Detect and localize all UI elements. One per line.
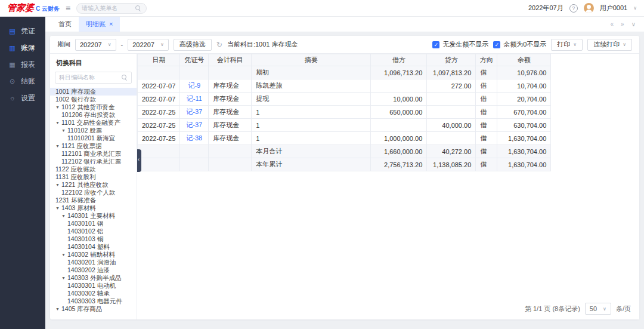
page-size-select[interactable]: 50 ∨ (585, 303, 611, 315)
period-from-value: 202207 (80, 41, 102, 48)
table-row: 2022-07-25记-38库存现金11,000,000.00借1,630,70… (138, 132, 551, 145)
tree-item[interactable]: ▼140301 主要材料 (50, 212, 137, 220)
panel-collapse-handle[interactable] (137, 149, 141, 172)
tree-item[interactable]: 14030103 铜 (50, 235, 137, 243)
cell-subject: 库存现金 (209, 93, 252, 106)
close-icon[interactable]: × (109, 21, 113, 27)
chevron-down-icon[interactable]: ▼ (61, 127, 67, 134)
table-row: 本月合计1,660,000.0040,272.00借1,630,704.00 (138, 145, 551, 158)
sidebar-item-closing[interactable]: ⊙结账 (0, 73, 45, 90)
sidebar-item-ledger[interactable]: ▥账簿 (0, 39, 45, 56)
tree-item[interactable]: ▼1101 交易性金融资产 (50, 119, 137, 127)
tree-item-label: 1221 其他应收款 (61, 181, 109, 189)
sidebar-item-report[interactable]: ▦报表 (0, 56, 45, 73)
chevron-down-icon[interactable]: ▼ (55, 142, 61, 150)
chevron-down-icon[interactable]: ▼ (61, 212, 67, 220)
page-size-unit: 条/页 (616, 305, 631, 313)
tree-item[interactable]: ▼1403 原材料 (50, 204, 137, 212)
column-header: 借方 (371, 54, 427, 66)
current-period[interactable]: 2022年07月 (528, 4, 564, 13)
chevron-down-icon[interactable]: ▼ (61, 251, 67, 259)
cell-summary: 1 (252, 132, 371, 145)
tree-item[interactable]: 14030102 铝 (50, 227, 137, 235)
tree-item[interactable]: 14030303 电器元件 (50, 297, 137, 305)
tree-item-label: 1121 应收票据 (61, 142, 102, 150)
tree-item[interactable]: 1002 银行存款 (50, 96, 137, 103)
subject-search-input[interactable]: 科目编码名称 (55, 72, 132, 84)
print-button[interactable]: 打印 ∨ (551, 39, 583, 51)
tab-detail-ledger[interactable]: 明细账× (79, 17, 120, 32)
cell-voucher (180, 158, 209, 171)
sidebar-item-settings[interactable]: ☼设置 (0, 90, 45, 106)
tree-item[interactable]: 1001 库存现金 (50, 88, 137, 96)
menu-toggle-icon[interactable]: ≡ (66, 4, 70, 13)
period-to-value: 202207 (132, 41, 154, 48)
tree-item[interactable]: 14030302 轴承 (50, 290, 137, 297)
search-icon (135, 5, 141, 11)
sidebar-item-voucher[interactable]: ▤凭证 (0, 23, 45, 39)
subject-search-placeholder: 科目编码名称 (59, 73, 95, 82)
refresh-icon[interactable]: ↻ (216, 41, 222, 49)
period-from-select[interactable]: 202207 ∨ (75, 39, 116, 51)
tree-item[interactable]: 1131 应收股利 (50, 173, 137, 181)
chevron-down-icon[interactable]: ▼ (55, 103, 61, 111)
tree-item[interactable]: 14030202 油漆 (50, 266, 137, 274)
tree-item[interactable]: ▼1221 其他应收款 (50, 181, 137, 189)
tree-item[interactable]: 101206 存出投资款 (50, 111, 137, 119)
tab-scroll-right-icon[interactable]: » (621, 21, 624, 27)
cell-voucher[interactable]: 记-37 (180, 106, 209, 119)
chevron-down-icon[interactable]: ▼ (61, 274, 67, 282)
advanced-filter-button[interactable]: 高级筛选 (174, 39, 212, 51)
chevron-down-icon[interactable]: ▼ (55, 305, 61, 313)
cell-summary: 1 (252, 106, 371, 119)
period-to-select[interactable]: 202207 ∨ (128, 39, 169, 51)
cell-voucher[interactable]: 记-38 (180, 132, 209, 145)
tree-item[interactable]: 112101 商业承兑汇票 (50, 150, 137, 158)
tab-scroll-left-icon[interactable]: « (611, 21, 614, 27)
current-subject-label: 当前科目:1001 库存现金 (227, 40, 298, 49)
avatar[interactable] (584, 3, 594, 13)
cell-voucher[interactable]: 记-37 (180, 119, 209, 132)
tab-menu-icon[interactable]: ∨ (631, 21, 636, 27)
tree-item[interactable]: ▼1012 其他货币资金 (50, 103, 137, 111)
cell-balance: 670,704.00 (497, 106, 551, 119)
zero-balance-checkbox[interactable]: ✓ 余额为0不显示 (493, 40, 546, 49)
tree-item[interactable]: 1122 应收账款 (50, 165, 137, 173)
tree-item[interactable]: 11010201 新海宜 (50, 134, 137, 142)
tree-item[interactable]: 14030104 塑料 (50, 243, 137, 251)
tree-item[interactable]: ▼1121 应收票据 (50, 142, 137, 150)
cell-balance: 1,630,704.00 (497, 158, 551, 171)
cell-voucher[interactable]: 记-9 (180, 79, 209, 93)
tree-item[interactable]: 14030101 钢 (50, 220, 137, 227)
tree-item-label: 110102 股票 (67, 127, 102, 134)
cell-balance: 1,630,704.00 (497, 145, 551, 158)
menu-search-input[interactable]: 请输入菜单名 (76, 3, 147, 14)
tree-item[interactable]: 14030301 电动机 (50, 282, 137, 290)
tree-item[interactable]: ▼140303 外购半成品 (50, 274, 137, 282)
tree-item[interactable]: 122102 应收个人款 (50, 189, 137, 196)
tree-item[interactable]: ▼1405 库存商品 (50, 305, 137, 313)
tree-item[interactable]: 14030201 润滑油 (50, 259, 137, 266)
column-header: 贷方 (427, 54, 476, 66)
tree-item-label: 1122 应收账款 (55, 165, 96, 173)
cell-date (138, 158, 180, 171)
chevron-down-icon[interactable]: ▼ (55, 119, 61, 127)
no-activity-checkbox[interactable]: ✓ 无发生额不显示 (432, 40, 488, 49)
cell-voucher[interactable]: 记-11 (180, 93, 209, 106)
tab-home[interactable]: 首页 (51, 17, 79, 32)
user-name[interactable]: 用户0001 (600, 4, 627, 13)
cell-balance: 1,630,704.00 (497, 132, 551, 145)
column-header: 日期 (138, 54, 180, 66)
tree-item[interactable]: 112102 银行承兑汇票 (50, 158, 137, 165)
chevron-down-icon[interactable]: ▼ (55, 204, 61, 212)
app-window: 管家婆 C 云财务 ≡ 请输入菜单名 2022年07月 ? 用户0001 ∨ ▤… (0, 0, 644, 329)
print-button-label: 打印 (557, 40, 570, 49)
continuous-print-button[interactable]: 连续打印 ∨ (587, 39, 632, 51)
chevron-down-icon[interactable]: ▼ (55, 181, 61, 189)
tree-item[interactable]: ▼140302 辅助材料 (50, 251, 137, 259)
help-icon[interactable]: ? (569, 4, 578, 13)
chevron-down-icon[interactable]: ∨ (633, 5, 637, 11)
tree-item[interactable]: ▼110102 股票 (50, 127, 137, 134)
cell-balance: 630,704.00 (497, 119, 551, 132)
tree-item[interactable]: 1231 坏账准备 (50, 196, 137, 204)
